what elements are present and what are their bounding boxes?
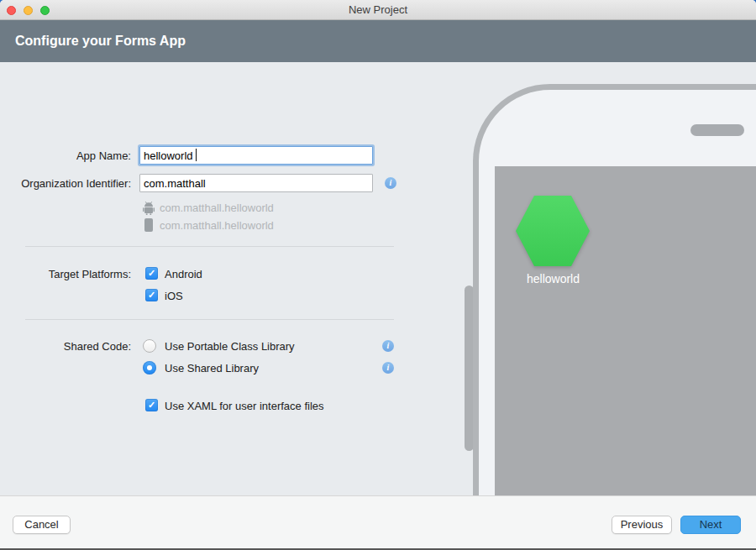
divider [25, 319, 394, 320]
phone-speaker [690, 124, 744, 136]
target-platforms-label: Target Platforms: [0, 268, 131, 280]
shared-library-info-icon[interactable]: i [382, 362, 394, 374]
app-hexagon-icon [516, 196, 590, 266]
shared-library-label[interactable]: Use Shared Library [165, 362, 259, 375]
radio-dot [147, 365, 152, 370]
window-title: New Project [0, 0, 756, 20]
preview-app-name: helloworld [496, 272, 611, 285]
shared-code-label: Shared Code: [0, 340, 131, 353]
iphone-icon [144, 218, 153, 232]
page-title: Configure your Forms App [15, 20, 186, 62]
android-checkbox-label[interactable]: Android [165, 268, 202, 280]
android-icon [143, 201, 155, 215]
ios-checkbox-label[interactable]: iOS [165, 290, 183, 302]
android-checkbox[interactable]: ✓ [145, 267, 158, 280]
app-name-label: App Name: [0, 149, 131, 162]
org-info-icon[interactable]: i [385, 177, 396, 189]
portable-class-library-radio[interactable] [143, 339, 156, 353]
pcl-info-icon[interactable]: i [382, 340, 394, 352]
xaml-checkbox-label[interactable]: Use XAML for user interface files [165, 400, 324, 412]
next-button[interactable]: Next [680, 516, 741, 534]
portable-class-library-label[interactable]: Use Portable Class Library [165, 340, 295, 353]
wizard-header: Configure your Forms App [0, 20, 756, 62]
titlebar: New Project [0, 0, 756, 20]
ios-checkbox[interactable]: ✓ [145, 289, 158, 301]
xaml-checkbox[interactable]: ✓ [145, 399, 158, 411]
shared-library-radio[interactable] [143, 361, 156, 375]
new-project-dialog: New Project Configure your Forms App hel… [0, 0, 756, 550]
android-identifier-preview: com.matthall.helloworld [160, 202, 274, 214]
divider [25, 246, 394, 247]
text-caret [196, 149, 197, 161]
organization-identifier-label: Organization Identifier: [0, 177, 131, 190]
app-name-input[interactable] [139, 146, 373, 165]
wizard-footer: Cancel Previous Next [0, 495, 756, 550]
ios-identifier-preview: com.matthall.helloworld [160, 220, 274, 232]
cancel-button[interactable]: Cancel [13, 516, 71, 534]
wizard-content: helloworld App Name: Organization Identi… [0, 62, 756, 495]
previous-button[interactable]: Previous [612, 516, 672, 534]
organization-identifier-input[interactable] [139, 174, 373, 192]
